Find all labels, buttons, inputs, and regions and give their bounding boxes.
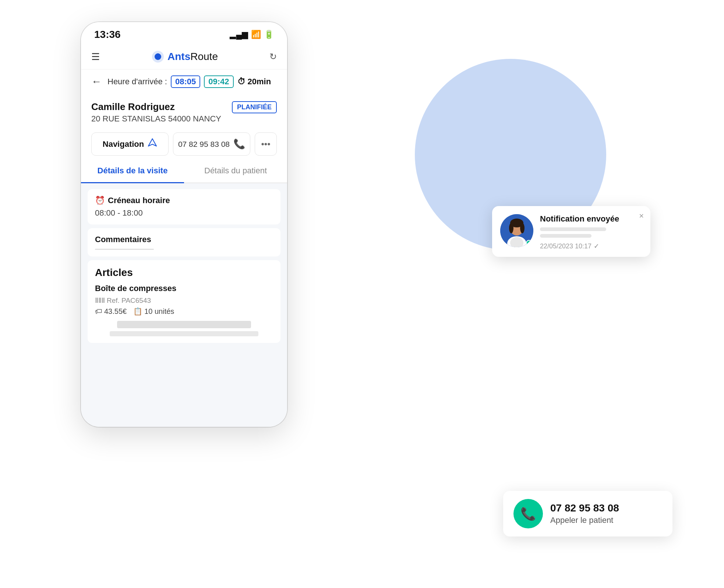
article1-units: 📋 10 unités <box>133 307 174 316</box>
arrival-time1[interactable]: 08:05 <box>171 75 200 88</box>
status-time: 13:36 <box>94 29 121 40</box>
timestamp-text: 22/05/2023 10:17 <box>540 242 591 250</box>
article1-price: 🏷 43.55€ <box>95 307 127 316</box>
time-slot-title: Créneau horaire <box>108 196 170 205</box>
logo-svg-icon <box>151 50 165 63</box>
article1-details: 🏷 43.55€ 📋 10 unités <box>95 307 273 316</box>
tabs: Détails de la visite Détails du patient <box>81 159 287 183</box>
comments-card: Commentaires <box>88 228 280 256</box>
svg-marker-3 <box>148 139 156 146</box>
more-options-button[interactable]: ••• <box>255 132 277 156</box>
articles-title: Articles <box>95 267 273 279</box>
notification-title: Notification envoyée <box>540 214 642 224</box>
app-header: ☰ AntsRoute ↻ <box>81 44 287 70</box>
call-info: 07 82 95 83 08 Appeler le patient <box>550 502 619 525</box>
duration-info: ⏱ 20min <box>237 77 271 86</box>
tab-patient[interactable]: Détails du patient <box>184 159 287 183</box>
notification-line2 <box>540 234 591 238</box>
tab-visite-label: Détails de la visite <box>98 166 168 175</box>
scene: 13:36 ▂▄▆ 📶 🔋 ☰ AntsRoute ↻ <box>0 0 724 588</box>
arrival-label: Heure d'arrivée : <box>107 77 167 86</box>
nav-info: Heure d'arrivée : 08:05 09:42 ⏱ 20min <box>107 75 277 88</box>
phone-handset-icon: 📞 <box>233 138 245 150</box>
bottom-bar1 <box>117 321 251 328</box>
notification-popup: × Notification envoyée 22/05/2023 10:17 … <box>492 206 650 257</box>
dots-icon: ••• <box>261 139 270 149</box>
barcode-icon: ⅡⅡⅡ <box>95 296 105 305</box>
app-logo: AntsRoute <box>151 50 218 63</box>
back-button[interactable]: ← <box>91 76 102 88</box>
call-popup: 📞 07 82 95 83 08 Appeler le patient <box>503 491 672 536</box>
wifi-icon: 📶 <box>251 30 261 39</box>
battery-icon: 🔋 <box>264 30 274 39</box>
tab-patient-label: Détails du patient <box>204 166 267 175</box>
call-label: Appeler le patient <box>550 516 619 525</box>
patient-name: Camille Rodriguez <box>91 101 221 113</box>
phone-number-btn: 07 82 95 83 08 <box>178 140 230 149</box>
time-range: 08:00 - 18:00 <box>95 208 273 218</box>
signal-icon: ▂▄▆ <box>230 30 248 39</box>
navigation-button[interactable]: Navigation <box>91 132 169 156</box>
clock-small-icon: ⏱ <box>237 77 246 86</box>
patient-details: Camille Rodriguez 20 RUE STANISLAS 54000… <box>91 101 221 124</box>
arrival-time2[interactable]: 09:42 <box>204 75 233 88</box>
clock-icon: ⏰ <box>95 196 105 205</box>
status-bar: 13:36 ▂▄▆ 📶 🔋 <box>81 22 287 44</box>
call-phone-icon: 📞 <box>520 506 536 521</box>
notification-content: × Notification envoyée 22/05/2023 10:17 … <box>540 214 642 250</box>
price-icon: 🏷 <box>95 307 102 316</box>
tab-visite[interactable]: Détails de la visite <box>81 159 184 183</box>
close-icon[interactable]: × <box>639 211 644 221</box>
notification-timestamp: 22/05/2023 10:17 ✓ <box>540 242 642 250</box>
call-circle[interactable]: 📞 <box>513 499 543 528</box>
time-slot-card: ⏰ Créneau horaire 08:00 - 18:00 <box>88 189 280 224</box>
doctor-avatar <box>500 214 533 247</box>
content-area: ⏰ Créneau horaire 08:00 - 18:00 Commenta… <box>81 183 287 427</box>
logo-text: AntsRoute <box>167 51 218 63</box>
article1-meta: ⅡⅡⅡ Ref. PAC6543 <box>95 296 273 305</box>
phone-button[interactable]: 07 82 95 83 08 📞 <box>173 132 250 156</box>
bottom-bar2 <box>110 331 258 336</box>
call-number: 07 82 95 83 08 <box>550 502 619 514</box>
action-buttons: Navigation 07 82 95 83 08 📞 ••• <box>81 129 287 159</box>
nav-button-label: Navigation <box>103 139 144 149</box>
status-badge: PLANIFIÉE <box>232 101 277 113</box>
patient-address: 20 RUE STANISLAS 54000 NANCY <box>91 114 221 124</box>
units-icon: 📋 <box>133 307 142 316</box>
phone-mockup: 13:36 ▂▄▆ 📶 🔋 ☰ AntsRoute ↻ <box>81 22 287 427</box>
svg-point-8 <box>520 223 525 233</box>
svg-point-7 <box>509 223 513 233</box>
comments-title: Commentaires <box>95 235 273 244</box>
navigation-arrow-icon <box>148 138 157 150</box>
check-icon: ✓ <box>594 242 599 250</box>
status-icons: ▂▄▆ 📶 🔋 <box>230 30 274 39</box>
svg-point-2 <box>156 53 159 56</box>
notification-line1 <box>540 227 606 231</box>
comments-line <box>95 249 154 250</box>
nav-bar: ← Heure d'arrivée : 08:05 09:42 ⏱ 20min <box>81 70 287 94</box>
article1-name: Boîte de compresses <box>95 284 273 293</box>
online-dot <box>526 240 532 246</box>
patient-section: Camille Rodriguez 20 RUE STANISLAS 54000… <box>81 94 287 129</box>
articles-section: Articles Boîte de compresses ⅡⅡⅡ Ref. PA… <box>88 260 280 343</box>
refresh-icon[interactable]: ↻ <box>269 52 277 62</box>
duration-text: 20min <box>248 77 271 86</box>
time-slot-title-row: ⏰ Créneau horaire <box>95 196 273 205</box>
article1-ref: ⅡⅡⅡ Ref. PAC6543 <box>95 296 151 305</box>
hamburger-icon[interactable]: ☰ <box>91 51 100 63</box>
